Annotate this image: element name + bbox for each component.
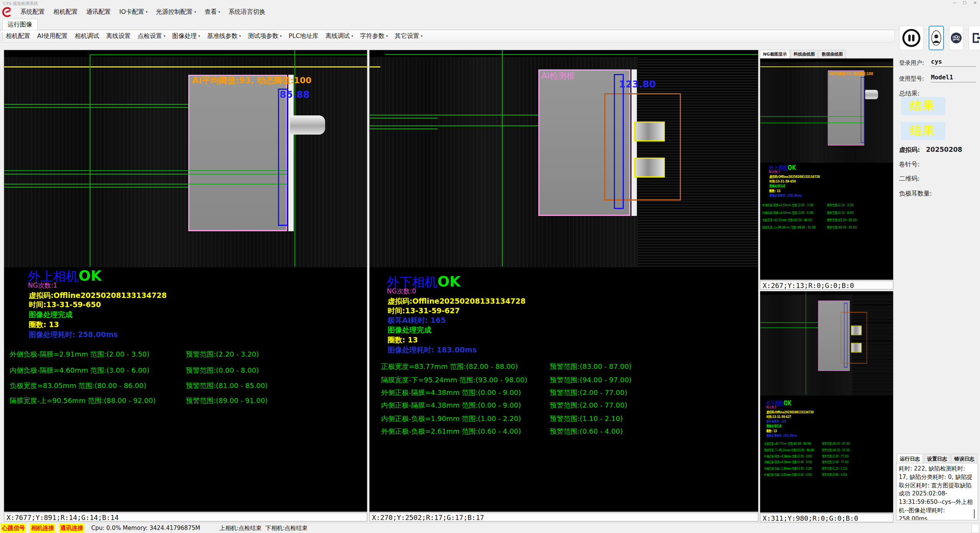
model-label: 使用型号:: [899, 75, 924, 82]
camera-title-row: 外下相机OK: [387, 275, 460, 289]
tab-settings-log[interactable]: 设置日志: [924, 454, 950, 464]
tool-ai-config[interactable]: AI使用配置: [37, 32, 68, 40]
total-result-label: 总结果:: [899, 90, 919, 98]
result-ok-label: OK: [784, 399, 792, 407]
measurement-row: 内侧正极-负极=1.90mm 范围:(1.00 - 2.20) 预警范围:(1.…: [760, 466, 893, 470]
result-ok-label: OK: [788, 163, 796, 171]
ng-count-label: NG次数:1: [28, 282, 57, 289]
tab-run-image[interactable]: 运行图像: [2, 19, 38, 30]
green-guide-line: [4, 174, 288, 174]
tool-test-params[interactable]: 测试项参数▾: [248, 32, 282, 40]
warn-range-text: 预警范围:(0.60 - 4.00): [822, 472, 847, 477]
tool-char-params[interactable]: 字符参数▾: [360, 32, 388, 40]
measurement-text: 内侧正极-隔膜=4.38mm 范围:(0.00 - 9.00): [764, 460, 812, 465]
warn-range-text: 预警范围:(2.00 - 77.00): [550, 402, 627, 409]
coords-readout-preview2: X:311;Y:980;R:0;G:0;B:0: [760, 513, 893, 522]
measurement-row: 内侧正极-隔膜=4.38mm 范围:(0.00 - 9.00) 预警范围:(2.…: [370, 402, 758, 410]
measurement-text: 隔膜宽度-下=95.24mm 范围:(93.00 - 98.00): [764, 448, 814, 452]
warn-range-text: 预警范围:(1.10 - 2.10): [822, 466, 847, 471]
minimize-button[interactable]: ─: [953, 0, 956, 5]
tab-ng-capture[interactable]: NG截图显示: [760, 50, 790, 58]
toolbar-grip-icon[interactable]: [2, 33, 4, 41]
menu-view[interactable]: 查看▾: [204, 8, 220, 16]
status-bar: 心跳信号 相机连接 通讯连接 Cpu: 0.0% Memory: 3424.41…: [0, 523, 980, 533]
time-line: 时间:13-31-59-650: [769, 179, 796, 184]
preview-scaled-content: AI平均阈值:93, 动态阈值:100 外上相机OK NG次数:1 虚拟码:Of…: [760, 59, 893, 280]
tab-detect-box: [634, 122, 665, 141]
loop-count-line: 圈数: 13: [388, 336, 418, 344]
process-done-line: 图像处理完成: [769, 184, 785, 188]
virtual-code-line: 虚拟码:Offline20250208133134728: [766, 410, 814, 415]
ng-preview-lower[interactable]: 外下相机OK NG次数:0 虚拟码:Offline202502081331347…: [760, 291, 893, 513]
tool-plc-library[interactable]: PLC地址库: [289, 32, 319, 40]
ng-count-label: NG次数:1: [769, 170, 780, 174]
pause-button[interactable]: [899, 26, 924, 50]
tool-camera-debug[interactable]: 相机调试: [75, 32, 99, 40]
menu-light-config[interactable]: 光源控制配置▾: [156, 8, 196, 16]
tab-data-curve[interactable]: 数据曲线图: [819, 50, 846, 58]
menu-io-config[interactable]: IO卡配置▾: [119, 8, 148, 16]
tab-run-log[interactable]: 运行日志: [897, 454, 923, 464]
login-user-value[interactable]: cys: [931, 58, 976, 67]
close-button[interactable]: ✕: [973, 0, 977, 5]
tab-detect-box: [634, 158, 665, 178]
tool-offline-settings[interactable]: 离线设置: [106, 32, 131, 40]
tool-other-settings-label: 其它设置: [395, 32, 419, 39]
menu-language-switch[interactable]: 系统语言切换: [229, 8, 265, 16]
tool-other-settings[interactable]: 其它设置▾: [395, 32, 423, 40]
tool-offline-debug[interactable]: 离线调试▾: [326, 32, 354, 40]
green-guide-line: [370, 128, 437, 129]
tab-line-curve[interactable]: 料线曲线图: [791, 50, 818, 58]
green-guide-line: [760, 123, 865, 123]
tool-image-processing[interactable]: 图像处理▾: [172, 32, 200, 40]
warn-range-text: 预警范围:(2.00 - 77.00): [822, 460, 848, 465]
green-guide-line: [760, 116, 865, 117]
time-line: 时间:13-31-59-627: [388, 307, 460, 314]
tab-detect-box: [851, 343, 862, 352]
ai-threshold-label: AI平均阈值:93, 动态阈值:100: [829, 71, 873, 77]
preview-tab-strip: NG截图显示 料线曲线图 数据曲线图: [760, 50, 893, 58]
preview-scaled-content: 外下相机OK NG次数:0 虚拟码:Offline202502081331347…: [760, 291, 893, 513]
result-ok-label: OK: [79, 268, 102, 284]
measurement-text: 内侧负极-隔膜=4.60mm 范围:(3.00 - 6.00): [10, 367, 150, 374]
camera-view-lower[interactable]: AI检测框 123.80 外下相机OK NG次数:0 虚拟码:Offline20…: [369, 50, 758, 512]
warn-range-text: 预警范围:(94.00 - 97.00): [822, 448, 850, 452]
tab-error-log[interactable]: 错误日志: [951, 454, 977, 464]
loop-count-line: 圈数: 13: [29, 321, 59, 328]
coords-readout-lower: X:270;Y:2502;R:17;G:17;B:17: [369, 513, 758, 521]
measurement-row: 内侧负极-隔膜=4.60mm 范围:(3.00 - 6.00) 预警范围:(0.…: [760, 211, 893, 215]
tool-baseline-params[interactable]: 基准线参数▾: [207, 32, 241, 40]
ng-preview-upper[interactable]: AI平均阈值:93, 动态阈值:100 外上相机OK NG次数:1 虚拟码:Of…: [760, 58, 893, 280]
tab-metal-piece: [865, 90, 878, 99]
membrane-region: [828, 71, 864, 146]
measurement-row: 外侧负极-隔膜=2.91mm 范围:(2.00 - 3.50) 预警范围:(2.…: [760, 203, 893, 207]
measurement-text: 正极宽度=83.77mm 范围:(82.00 - 88.00): [764, 441, 811, 446]
exit-door-icon: [970, 31, 980, 44]
camera-view-upper[interactable]: AI平均阈值:93, 动态阈值:100 85.88 外上相机OK NG次数:1 …: [4, 50, 367, 512]
warn-range-text: 预警范围:(0.00 - 8.00): [827, 211, 854, 215]
measure-value-label: 85.88: [280, 90, 310, 99]
menu-system-config[interactable]: 系统配置: [20, 8, 45, 16]
camera-connect-badge: 相机连接: [30, 524, 55, 533]
menu-camera-config[interactable]: 相机配置: [53, 8, 78, 16]
measure-value-label: 123.80: [619, 79, 656, 89]
dropdown-arrow-icon: ▾: [239, 34, 241, 38]
loop-count-line: 圈数: 13: [769, 189, 780, 193]
tab-detect-box: [851, 326, 862, 335]
green-guide-line: [4, 184, 288, 184]
user-button[interactable]: [929, 26, 944, 50]
measurement-row: 外侧正极-隔膜=4.38mm 范围:(0.00 - 9.00) 预警范围:(2.…: [370, 389, 758, 398]
measure-box: [614, 74, 624, 209]
ai-elapsed-line: 极耳AI耗时: 165: [766, 419, 786, 424]
dropdown-arrow-icon: ▾: [421, 34, 423, 38]
tool-spot-check[interactable]: 点检设置▾: [138, 32, 166, 40]
exit-button[interactable]: [968, 26, 980, 50]
maximize-button[interactable]: ☐: [963, 0, 967, 5]
ai-threshold-label: AI平均阈值:93, 动态阈值:100: [192, 76, 311, 85]
model-value[interactable]: Model1: [931, 74, 976, 82]
user-group-button[interactable]: [949, 26, 964, 50]
tool-camera-config[interactable]: 相机配置: [6, 32, 30, 40]
log-text-area[interactable]: 耗时: 222, 缺陷检测耗时: 17, 缺陷分类耗时: 0, 缺陷提取分区耗时…: [896, 463, 978, 520]
menu-light-config-label: 光源控制配置: [156, 8, 193, 15]
menu-comm-config[interactable]: 通讯配置: [86, 8, 111, 16]
